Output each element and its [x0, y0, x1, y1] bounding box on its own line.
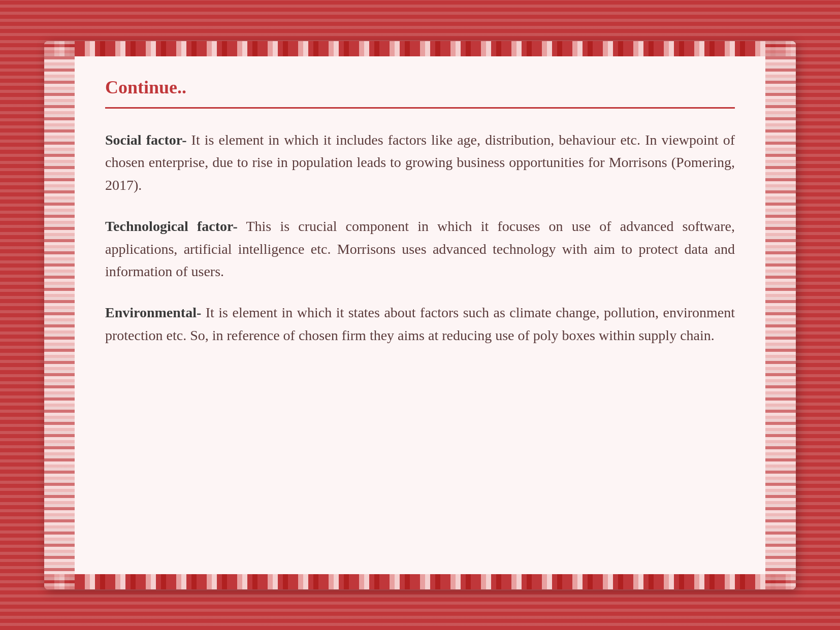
bottom-decorative-bar: [44, 574, 796, 589]
header-section: Continue..: [105, 77, 735, 109]
technological-factor-paragraph: Technological factor- This is crucial co…: [105, 215, 735, 283]
social-factor-body: It is element in which it includes facto…: [105, 132, 735, 193]
top-decorative-bar: [44, 41, 796, 56]
environmental-factor-term: Environmental-: [105, 305, 201, 320]
environmental-factor-paragraph: Environmental- It is element in which it…: [105, 302, 735, 347]
social-factor-paragraph: Social factor- It is element in which it…: [105, 129, 735, 197]
content-area: Continue.. Social factor- It is element …: [75, 56, 765, 574]
technological-factor-term: Technological factor-: [105, 218, 238, 234]
left-side-stripes: [44, 41, 75, 589]
slide-title: Continue..: [105, 77, 186, 97]
social-factor-term: Social factor-: [105, 132, 186, 148]
slide-container: Continue.. Social factor- It is element …: [44, 41, 796, 589]
right-side-stripes: [765, 41, 796, 589]
